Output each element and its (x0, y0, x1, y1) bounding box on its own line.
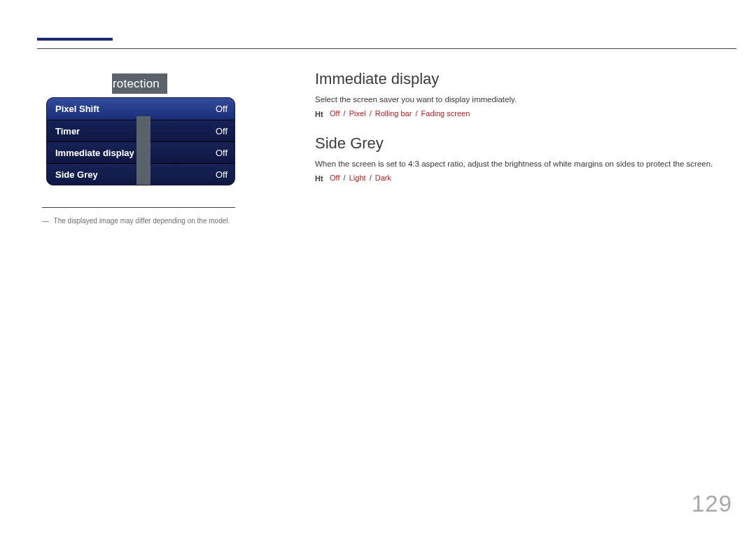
ht-icon: Ht (315, 110, 323, 118)
content-area: Immediate display Select the screen save… (315, 70, 728, 199)
option-separator: / (415, 109, 417, 118)
footnote-dash: ― (42, 217, 49, 225)
desc-immediate-display: Select the screen saver you want to disp… (315, 95, 728, 104)
header-rule (37, 48, 736, 49)
ht-icon: Ht (315, 174, 323, 182)
option-separator: / (370, 174, 372, 182)
option-separator: / (370, 109, 372, 118)
desc-side-grey: When the screen is set to 4:3 aspect rat… (315, 160, 728, 168)
option-dark: Dark (375, 174, 391, 182)
menu-row-value: Off (216, 126, 227, 136)
option-fading-screen: Fading screen (421, 109, 470, 118)
menu-row-value: Off (216, 169, 227, 180)
footnote-divider (42, 207, 235, 208)
menu-row-label: Pixel Shift (55, 104, 99, 114)
option-rolling-bar: Rolling bar (375, 109, 412, 118)
option-pixel: Pixel (349, 109, 366, 118)
menu-tab-chip (136, 160, 150, 185)
menu-row-side-grey: Side Grey Off (47, 163, 234, 185)
menu-row-value: Off (216, 148, 227, 158)
option-off: Off (330, 174, 340, 182)
options-immediate-display: Ht Off / Pixel / Rolling bar / Fading sc… (315, 109, 728, 118)
heading-side-grey: Side Grey (315, 134, 728, 153)
option-off: Off (330, 109, 340, 118)
menu-title: rotection (112, 73, 167, 94)
menu-row-label: Immediate display (55, 148, 134, 158)
heading-immediate-display: Immediate display (315, 70, 728, 88)
menu-row-label: Side Grey (55, 169, 98, 180)
options-side-grey: Ht Off / Light / Dark (315, 174, 728, 182)
menu-rows: Pixel Shift Off Timer Off Immediate disp… (46, 97, 235, 185)
footnote: ― The displayed image may differ dependi… (42, 217, 252, 225)
menu-row-label: Timer (55, 126, 80, 136)
menu-row-value: Off (216, 104, 227, 114)
page-number: 129 (692, 491, 732, 517)
option-light: Light (349, 174, 366, 182)
option-separator: / (344, 109, 346, 118)
footnote-text: The displayed image may differ depending… (54, 217, 230, 225)
accent-bar (37, 38, 113, 41)
option-separator: / (344, 174, 346, 182)
